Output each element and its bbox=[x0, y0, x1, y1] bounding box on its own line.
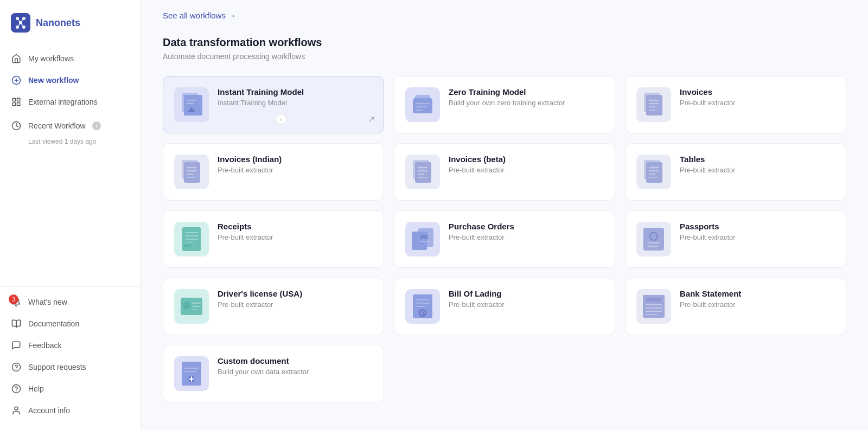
recent-workflow-section: Recent Workflow i Last viewed 1 days ago bbox=[0, 113, 141, 151]
home-icon bbox=[11, 53, 22, 64]
card-title: Bill Of Lading bbox=[449, 289, 604, 298]
svg-rect-14 bbox=[17, 98, 20, 101]
sidebar-item-account-info[interactable]: Account info bbox=[0, 400, 141, 421]
svg-rect-85 bbox=[646, 298, 661, 301]
card-subtitle: Pre-built extractor bbox=[218, 166, 373, 174]
sidebar-item-external-integrations[interactable]: External integrations bbox=[0, 91, 141, 113]
sidebar-item-support-requests[interactable]: Support requests bbox=[0, 356, 141, 378]
svg-rect-40 bbox=[184, 162, 200, 183]
workflow-card-purchase-orders[interactable]: PO Purchase Orders Pre-built extractor bbox=[394, 210, 615, 268]
card-body: Purchase Orders Pre-built extractor bbox=[449, 222, 604, 241]
main-content: See all workflows → Data transformation … bbox=[141, 0, 868, 430]
sidebar-item-whats-new[interactable]: 3 What's new bbox=[0, 291, 141, 313]
card-icon-wrap bbox=[636, 289, 671, 324]
bell-icon-wrap: 3 bbox=[11, 297, 22, 307]
card-body: Bank Statement Pre-built extractor bbox=[680, 289, 835, 309]
card-subtitle: Pre-built extractor bbox=[680, 99, 835, 107]
clock-icon bbox=[11, 120, 22, 131]
recent-workflow-sublabel: Last viewed 1 days ago bbox=[11, 138, 130, 145]
recent-workflow-item[interactable]: Recent Workflow i bbox=[11, 115, 130, 137]
workflow-card-custom-document[interactable]: Custom document Build your own data extr… bbox=[163, 345, 384, 402]
card-body: Driver's license (USA) Pre-built extract… bbox=[218, 289, 373, 309]
sidebar-item-label: Support requests bbox=[28, 363, 86, 371]
recent-workflow-label: Recent Workflow bbox=[28, 121, 86, 130]
card-body: Custom document Build your own data extr… bbox=[218, 356, 373, 376]
svg-rect-24 bbox=[184, 95, 202, 115]
workflow-grid: Instant Training Model Instant Training … bbox=[163, 76, 846, 402]
svg-rect-28 bbox=[413, 98, 432, 113]
card-subtitle: Pre-built extractor bbox=[680, 233, 835, 241]
sidebar-item-label: Feedback bbox=[28, 341, 61, 350]
sidebar: Nanonets My workflows New workflow bbox=[0, 0, 141, 430]
card-title: Bank Statement bbox=[680, 289, 835, 298]
sidebar-item-documentation[interactable]: Documentation bbox=[0, 313, 141, 335]
support-icon bbox=[11, 362, 22, 373]
card-subtitle: Pre-built extractor bbox=[449, 166, 604, 174]
sidebar-bottom: 3 What's new Documentation Feedback bbox=[0, 286, 141, 430]
card-arrow-icon: ↗ bbox=[368, 114, 375, 124]
sidebar-item-label: Documentation bbox=[28, 319, 79, 328]
svg-rect-16 bbox=[17, 103, 20, 106]
sidebar-collapse-button[interactable]: ‹ bbox=[276, 114, 286, 125]
card-title: Tables bbox=[680, 155, 835, 164]
workflow-card-instant-training[interactable]: Instant Training Model Instant Training … bbox=[163, 76, 384, 133]
card-subtitle: Pre-built extractor bbox=[449, 300, 604, 309]
card-body: Invoices (Indian) Pre-built extractor bbox=[218, 155, 373, 174]
card-icon-wrap bbox=[174, 289, 209, 324]
user-circle-icon bbox=[11, 405, 22, 416]
card-body: Invoices Pre-built extractor bbox=[680, 87, 835, 107]
sidebar-nav: My workflows New workflow External integ… bbox=[0, 43, 141, 286]
card-icon-wrap: PO bbox=[405, 222, 440, 256]
card-icon-wrap bbox=[636, 155, 671, 189]
svg-rect-68 bbox=[643, 228, 664, 251]
workflow-card-passports[interactable]: Passports Pre-built extractor bbox=[625, 210, 846, 268]
grid-icon bbox=[11, 97, 22, 107]
card-title: Custom document bbox=[218, 356, 373, 365]
notification-badge: 3 bbox=[9, 294, 18, 304]
card-icon-wrap bbox=[174, 222, 209, 256]
card-icon-wrap bbox=[174, 356, 209, 391]
card-body: Bill Of Lading Pre-built extractor bbox=[449, 289, 604, 309]
sidebar-item-label: What's new bbox=[28, 298, 67, 306]
sidebar-item-label: New workflow bbox=[28, 76, 79, 85]
card-title: Driver's license (USA) bbox=[218, 289, 373, 298]
section-subtitle: Automate document processing workflows bbox=[163, 52, 846, 61]
card-icon-wrap bbox=[174, 87, 209, 122]
card-subtitle: Pre-built extractor bbox=[680, 300, 835, 309]
workflow-card-bank-statement[interactable]: Bank Statement Pre-built extractor bbox=[625, 278, 846, 335]
workflow-card-bill-of-lading[interactable]: Bill Of Lading Pre-built extractor bbox=[394, 278, 615, 335]
sidebar-item-my-workflows[interactable]: My workflows bbox=[0, 48, 141, 69]
sidebar-item-label: My workflows bbox=[28, 54, 74, 63]
workflow-card-zero-training[interactable]: Zero Training Model Build your own zero … bbox=[394, 76, 615, 133]
workflow-card-invoices-beta[interactable]: Invoices (beta) Pre-built extractor bbox=[394, 143, 615, 201]
sidebar-item-help[interactable]: Help bbox=[0, 378, 141, 400]
svg-point-73 bbox=[183, 301, 190, 309]
svg-rect-34 bbox=[646, 95, 662, 115]
card-body: Receipts Pre-built extractor bbox=[218, 222, 373, 241]
card-title: Invoices (Indian) bbox=[218, 155, 373, 164]
card-title: Receipts bbox=[218, 222, 373, 231]
sidebar-item-label: Help bbox=[28, 384, 44, 393]
svg-rect-13 bbox=[12, 98, 15, 101]
card-icon-wrap bbox=[405, 155, 440, 189]
see-all-workflows-link[interactable]: See all workflows → bbox=[163, 11, 236, 20]
workflow-card-invoices-indian[interactable]: Invoices (Indian) Pre-built extractor bbox=[163, 143, 384, 201]
plus-circle-icon bbox=[11, 75, 22, 86]
card-title: Instant Training Model bbox=[218, 87, 373, 97]
card-subtitle: Build your own zero training extractor bbox=[449, 99, 604, 107]
card-icon-wrap bbox=[174, 155, 209, 189]
sidebar-item-new-workflow[interactable]: New workflow bbox=[0, 69, 141, 91]
workflow-card-tables[interactable]: Tables Pre-built extractor bbox=[625, 143, 846, 201]
logo[interactable]: Nanonets bbox=[0, 0, 141, 43]
card-body: Tables Pre-built extractor bbox=[680, 155, 835, 174]
svg-text:PO: PO bbox=[420, 234, 429, 240]
svg-rect-15 bbox=[12, 103, 15, 106]
workflow-card-drivers-license[interactable]: Driver's license (USA) Pre-built extract… bbox=[163, 278, 384, 335]
card-body: Passports Pre-built extractor bbox=[680, 222, 835, 241]
card-title: Purchase Orders bbox=[449, 222, 604, 231]
sidebar-item-feedback[interactable]: Feedback bbox=[0, 335, 141, 356]
message-square-icon bbox=[11, 340, 22, 351]
card-icon-wrap bbox=[636, 87, 671, 122]
workflow-card-receipts[interactable]: Receipts Pre-built extractor bbox=[163, 210, 384, 268]
workflow-card-invoices[interactable]: Invoices Pre-built extractor bbox=[625, 76, 846, 133]
